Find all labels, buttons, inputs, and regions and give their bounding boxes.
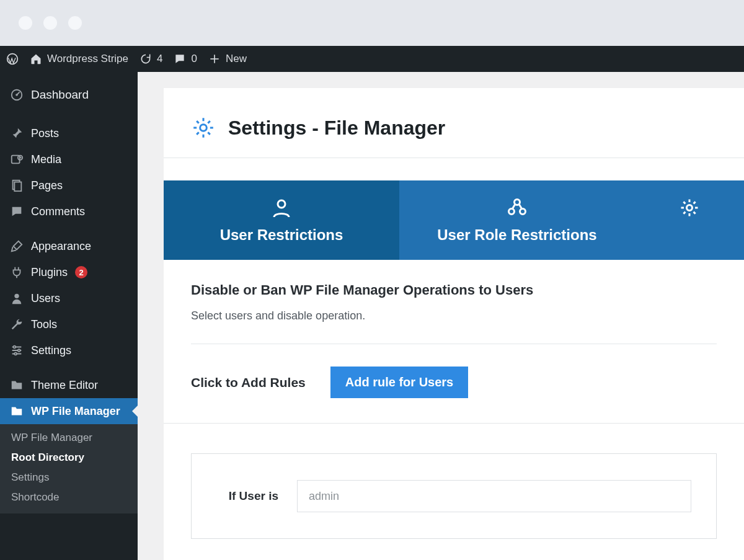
plus-icon (208, 53, 221, 65)
rule-editor-box: If User is (191, 453, 717, 539)
updates-count: 4 (157, 53, 162, 65)
svg-point-15 (520, 209, 526, 215)
menu-pages[interactable]: Pages (0, 172, 138, 198)
add-rules-row: Click to Add Rules Add rule for Users (164, 344, 744, 424)
menu-plugins[interactable]: Plugins 2 (0, 259, 138, 285)
svg-point-16 (687, 205, 693, 211)
submenu-settings[interactable]: Settings (0, 468, 138, 487)
menu-comments[interactable]: Comments (0, 198, 138, 224)
window-minimize-dot[interactable] (43, 16, 57, 30)
menu-label: Media (31, 153, 61, 166)
browser-window-chrome (0, 0, 744, 46)
restrictions-tabs: User Restrictions User Role Restrictions (164, 180, 744, 260)
menu-settings[interactable]: Settings (0, 337, 138, 363)
menu-label: Settings (31, 344, 71, 357)
page-header: Settings - File Manager (164, 115, 744, 158)
gauge-icon (10, 88, 24, 102)
folder-icon (10, 404, 24, 418)
section-disable-operations: Disable or Ban WP File Manager Operation… (164, 260, 744, 344)
folder-icon (10, 378, 24, 392)
tab-user-role-restrictions[interactable]: User Role Restrictions (399, 180, 635, 260)
wp-file-manager-submenu: WP File Manager Root Directory Settings … (0, 424, 138, 513)
section-subtitle: Select users and disable operation. (191, 309, 717, 344)
comment-icon (10, 205, 24, 218)
refresh-icon (140, 53, 152, 65)
add-rules-label: Click to Add Rules (191, 375, 306, 390)
menu-label: Theme Editor (31, 379, 98, 392)
menu-label: Plugins (31, 266, 68, 279)
comment-icon (174, 53, 186, 65)
menu-users[interactable]: Users (0, 285, 138, 311)
svg-point-12 (278, 200, 285, 208)
user-icon (10, 291, 24, 305)
users-group-icon (405, 195, 629, 220)
tab-user-restrictions[interactable]: User Restrictions (164, 180, 399, 260)
wrench-icon (10, 318, 24, 331)
menu-wp-file-manager[interactable]: WP File Manager (0, 398, 138, 424)
menu-label: Dashboard (31, 88, 89, 102)
brush-icon (10, 239, 24, 253)
tab-label: User Restrictions (170, 226, 393, 244)
submenu-root-directory[interactable]: Root Directory (0, 448, 138, 468)
svg-point-11 (200, 125, 207, 131)
menu-label: Tools (31, 318, 57, 331)
svg-point-7 (14, 294, 19, 298)
window-close-dot[interactable] (19, 16, 32, 30)
menu-label: Comments (31, 205, 85, 218)
section-title: Disable or Ban WP File Manager Operation… (191, 282, 717, 298)
submenu-shortcode[interactable]: Shortcode (0, 487, 138, 507)
user-icon (170, 195, 393, 220)
svg-point-9 (18, 349, 20, 352)
pages-icon (10, 179, 24, 192)
gear-icon (641, 195, 738, 220)
menu-label: Users (31, 292, 60, 305)
menu-label: Appearance (31, 240, 91, 253)
wordpress-icon (6, 53, 19, 65)
comments-link[interactable]: 0 (174, 53, 197, 65)
menu-appearance[interactable]: Appearance (0, 233, 138, 259)
site-name: Wordpress Stripe (47, 53, 128, 65)
new-label: New (226, 53, 247, 65)
comments-count: 0 (191, 53, 197, 65)
tab-label: User Role Restrictions (405, 226, 629, 244)
new-content-link[interactable]: New (208, 53, 247, 65)
admin-sidebar: Dashboard Posts Media Pages Comments App… (0, 72, 138, 560)
page-title: Settings - File Manager (228, 117, 445, 140)
menu-tools[interactable]: Tools (0, 311, 138, 337)
menu-posts[interactable]: Posts (0, 120, 138, 146)
window-zoom-dot[interactable] (68, 16, 82, 30)
svg-rect-6 (14, 182, 21, 192)
svg-point-2 (16, 94, 18, 96)
plug-icon (10, 265, 24, 279)
content-card: Settings - File Manager User Restriction… (164, 88, 744, 560)
pin-icon (10, 127, 24, 140)
active-menu-pointer (132, 405, 138, 417)
svg-point-14 (509, 209, 515, 215)
media-icon (10, 153, 24, 166)
menu-label: Posts (31, 127, 59, 140)
sliders-icon (10, 344, 24, 357)
gear-icon (191, 115, 216, 140)
updates-link[interactable]: 4 (140, 53, 162, 65)
wp-logo[interactable] (6, 53, 19, 65)
menu-theme-editor[interactable]: Theme Editor (0, 372, 138, 398)
menu-media[interactable]: Media (0, 146, 138, 172)
svg-point-8 (14, 346, 16, 349)
svg-point-10 (14, 353, 17, 355)
wp-admin-bar: Wordpress Stripe 4 0 New (0, 46, 744, 72)
menu-dashboard[interactable]: Dashboard (0, 79, 138, 112)
add-rule-button[interactable]: Add rule for Users (330, 367, 468, 398)
tab-overflow[interactable] (635, 180, 744, 260)
site-name-link[interactable]: Wordpress Stripe (30, 53, 128, 65)
plugins-update-badge: 2 (75, 266, 87, 278)
menu-label: Pages (31, 179, 63, 192)
content-area: Settings - File Manager User Restriction… (138, 72, 744, 560)
user-select-input[interactable] (297, 480, 691, 512)
if-user-is-label: If User is (216, 489, 278, 503)
submenu-wp-file-manager[interactable]: WP File Manager (0, 428, 138, 448)
menu-label: WP File Manager (31, 405, 120, 418)
home-icon (30, 53, 42, 65)
